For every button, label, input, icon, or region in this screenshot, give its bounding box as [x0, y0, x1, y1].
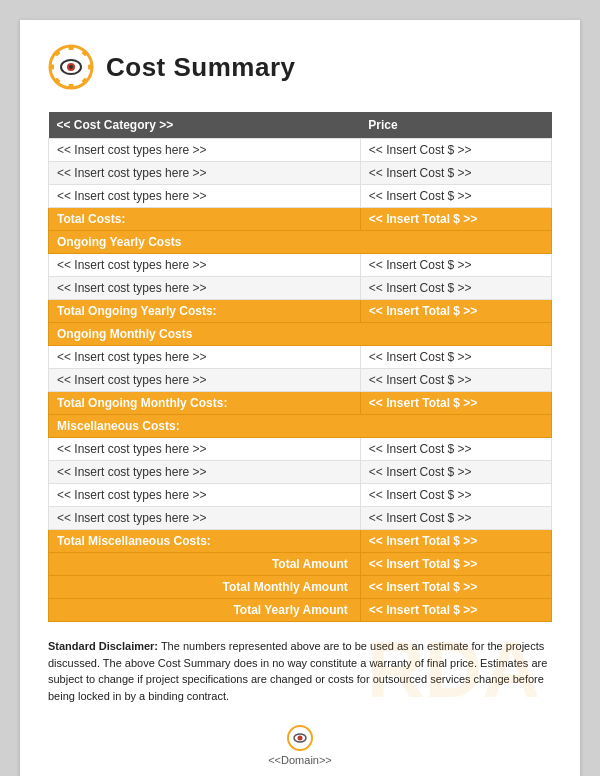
svg-point-14: [298, 736, 303, 741]
cell-category: << Insert cost types here >>: [49, 277, 361, 300]
table-row: << Insert cost types here >> << Insert C…: [49, 461, 552, 484]
summary-value: << Insert Total $ >>: [360, 599, 551, 622]
summary-row: Total Monthly Amount << Insert Total $ >…: [49, 576, 552, 599]
total-label: Total Ongoing Yearly Costs:: [49, 300, 361, 323]
page-title: Cost Summary: [106, 52, 296, 83]
page-footer: <<Domain>>: [48, 724, 552, 766]
table-row: << Insert cost types here >> << Insert C…: [49, 254, 552, 277]
total-row: Total Ongoing Monthly Costs: << Insert T…: [49, 392, 552, 415]
svg-rect-2: [69, 84, 74, 89]
cell-category: << Insert cost types here >>: [49, 369, 361, 392]
summary-label: Total Amount: [49, 553, 361, 576]
cell-price: << Insert Cost $ >>: [360, 461, 551, 484]
disclaimer-bold: Standard Disclaimer:: [48, 640, 158, 652]
total-value: << Insert Total $ >>: [360, 208, 551, 231]
total-value: << Insert Total $ >>: [360, 392, 551, 415]
cell-price: << Insert Cost $ >>: [360, 369, 551, 392]
summary-value: << Insert Total $ >>: [360, 576, 551, 599]
disclaimer: Standard Disclaimer: The numbers represe…: [48, 638, 552, 704]
cell-price: << Insert Cost $ >>: [360, 346, 551, 369]
total-row: Total Miscellaneous Costs: << Insert Tot…: [49, 530, 552, 553]
section-header-label: Ongoing Yearly Costs: [49, 231, 552, 254]
summary-value: << Insert Total $ >>: [360, 553, 551, 576]
cell-category: << Insert cost types here >>: [49, 346, 361, 369]
cell-price: << Insert Cost $ >>: [360, 438, 551, 461]
footer-domain: <<Domain>>: [268, 754, 332, 766]
table-row: << Insert cost types here >> << Insert C…: [49, 346, 552, 369]
table-row: << Insert cost types here >> << Insert C…: [49, 185, 552, 208]
section-header-label: Miscellaneous Costs:: [49, 415, 552, 438]
cell-category: << Insert cost types here >>: [49, 438, 361, 461]
table-row: << Insert cost types here >> << Insert C…: [49, 139, 552, 162]
cell-category: << Insert cost types here >>: [49, 507, 361, 530]
section-header-label: Ongoing Monthly Costs: [49, 323, 552, 346]
total-value: << Insert Total $ >>: [360, 300, 551, 323]
cell-price: << Insert Cost $ >>: [360, 254, 551, 277]
total-label: Total Miscellaneous Costs:: [49, 530, 361, 553]
table-row: << Insert cost types here >> << Insert C…: [49, 277, 552, 300]
total-label: Total Costs:: [49, 208, 361, 231]
column-header-price: Price: [360, 112, 551, 139]
total-row: Total Ongoing Yearly Costs: << Insert To…: [49, 300, 552, 323]
cell-category: << Insert cost types here >>: [49, 484, 361, 507]
table-row: << Insert cost types here >> << Insert C…: [49, 507, 552, 530]
svg-rect-3: [49, 65, 54, 70]
column-header-category: << Cost Category >>: [49, 112, 361, 139]
summary-label: Total Monthly Amount: [49, 576, 361, 599]
total-label: Total Ongoing Monthly Costs:: [49, 392, 361, 415]
cell-price: << Insert Cost $ >>: [360, 507, 551, 530]
cell-price: << Insert Cost $ >>: [360, 162, 551, 185]
total-row: Total Costs: << Insert Total $ >>: [49, 208, 552, 231]
summary-label: Total Yearly Amount: [49, 599, 361, 622]
svg-point-11: [69, 65, 73, 69]
table-row: << Insert cost types here >> << Insert C…: [49, 369, 552, 392]
cell-price: << Insert Cost $ >>: [360, 185, 551, 208]
summary-row: Total Amount << Insert Total $ >>: [49, 553, 552, 576]
table-row: << Insert cost types here >> << Insert C…: [49, 162, 552, 185]
logo-icon: [48, 44, 94, 90]
section-header-row: Ongoing Monthly Costs: [49, 323, 552, 346]
svg-rect-1: [69, 45, 74, 50]
footer-logo-icon: [286, 724, 314, 752]
cell-price: << Insert Cost $ >>: [360, 484, 551, 507]
table-row: << Insert cost types here >> << Insert C…: [49, 484, 552, 507]
cost-table: << Cost Category >> Price << Insert cost…: [48, 112, 552, 622]
table-row: << Insert cost types here >> << Insert C…: [49, 438, 552, 461]
section-header-row: Miscellaneous Costs:: [49, 415, 552, 438]
total-value: << Insert Total $ >>: [360, 530, 551, 553]
cell-category: << Insert cost types here >>: [49, 461, 361, 484]
table-header-row: << Cost Category >> Price: [49, 112, 552, 139]
cell-price: << Insert Cost $ >>: [360, 139, 551, 162]
cell-category: << Insert cost types here >>: [49, 139, 361, 162]
cell-category: << Insert cost types here >>: [49, 162, 361, 185]
page: Cost Summary << Cost Category >> Price <…: [20, 20, 580, 776]
cell-category: << Insert cost types here >>: [49, 254, 361, 277]
cell-price: << Insert Cost $ >>: [360, 277, 551, 300]
page-header: Cost Summary: [48, 44, 552, 90]
section-header-row: Ongoing Yearly Costs: [49, 231, 552, 254]
cell-category: << Insert cost types here >>: [49, 185, 361, 208]
summary-row: Total Yearly Amount << Insert Total $ >>: [49, 599, 552, 622]
svg-rect-4: [88, 65, 93, 70]
